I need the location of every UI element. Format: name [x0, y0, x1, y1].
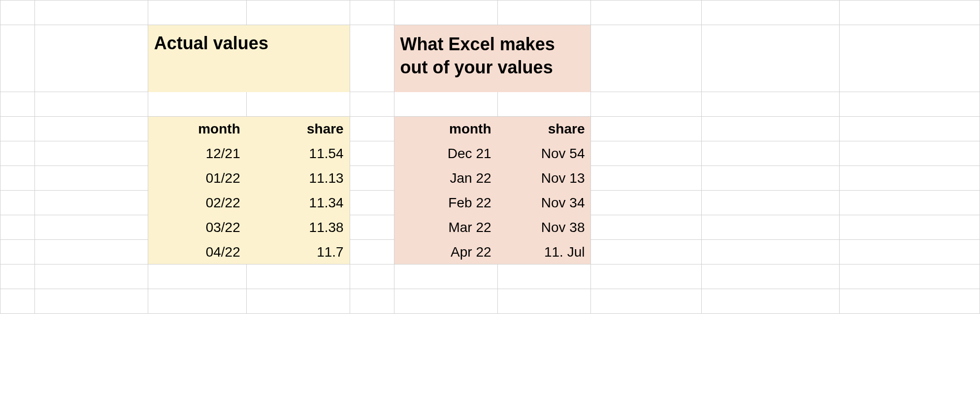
actual-col-share[interactable]: share [246, 117, 350, 141]
cell[interactable] [591, 117, 702, 141]
cell[interactable] [350, 166, 394, 191]
cell[interactable] [246, 0, 350, 25]
cell[interactable] [350, 191, 394, 215]
cell[interactable] [0, 264, 35, 289]
cell[interactable] [702, 264, 840, 289]
actual-month-cell[interactable]: 01/22 [148, 166, 246, 191]
cell[interactable] [350, 92, 394, 117]
cell[interactable] [702, 166, 840, 191]
cell[interactable] [0, 92, 35, 117]
cell[interactable] [350, 0, 394, 25]
cell[interactable] [702, 191, 840, 215]
cell[interactable] [350, 141, 394, 166]
cell[interactable] [148, 289, 246, 314]
cell[interactable] [497, 264, 591, 289]
cell[interactable] [840, 191, 980, 215]
cell[interactable] [0, 240, 35, 264]
cell[interactable] [34, 0, 148, 25]
cell[interactable] [350, 215, 394, 240]
cell[interactable] [591, 215, 702, 240]
cell[interactable] [394, 0, 497, 25]
grid-row[interactable]: 02/22 11.34 Feb 22 Nov 34 [0, 191, 980, 215]
cell[interactable] [497, 0, 591, 25]
cell[interactable] [840, 25, 980, 92]
cell[interactable] [148, 264, 246, 289]
actual-month-cell[interactable]: 03/22 [148, 215, 246, 240]
grid-row[interactable]: 04/22 11.7 Apr 22 11. Jul [0, 240, 980, 264]
cell[interactable] [591, 25, 702, 92]
cell[interactable] [148, 92, 246, 117]
cell[interactable] [350, 117, 394, 141]
cell[interactable] [0, 289, 35, 314]
grid-row[interactable]: 03/22 11.38 Mar 22 Nov 38 [0, 215, 980, 240]
cell[interactable] [350, 25, 394, 92]
excel-month-cell[interactable]: Dec 21 [394, 141, 497, 166]
cell[interactable] [840, 92, 980, 117]
cell[interactable] [702, 289, 840, 314]
cell[interactable] [148, 0, 246, 25]
cell[interactable] [350, 289, 394, 314]
actual-share-cell[interactable]: 11.13 [246, 166, 350, 191]
cell[interactable] [394, 264, 497, 289]
cell[interactable] [840, 141, 980, 166]
cell[interactable] [702, 25, 840, 92]
cell[interactable] [394, 92, 497, 117]
cell[interactable] [497, 92, 591, 117]
cell[interactable] [591, 264, 702, 289]
excel-month-cell[interactable]: Mar 22 [394, 215, 497, 240]
cell[interactable] [34, 240, 148, 264]
grid-row[interactable] [0, 92, 980, 117]
cell[interactable] [34, 117, 148, 141]
cell[interactable] [840, 0, 980, 25]
grid-row[interactable]: Actual values What Excel makes out of yo… [0, 25, 980, 92]
cell[interactable] [34, 25, 148, 92]
cell[interactable] [34, 166, 148, 191]
cell[interactable] [34, 289, 148, 314]
excel-share-cell[interactable]: Nov 38 [497, 215, 591, 240]
grid-row[interactable]: month share month share [0, 117, 980, 141]
excel-month-cell[interactable]: Feb 22 [394, 191, 497, 215]
cell[interactable] [34, 141, 148, 166]
actual-share-cell[interactable]: 11.38 [246, 215, 350, 240]
cell[interactable] [246, 289, 350, 314]
grid-row[interactable]: 12/21 11.54 Dec 21 Nov 54 [0, 141, 980, 166]
cell[interactable] [840, 240, 980, 264]
grid-row[interactable] [0, 0, 980, 25]
cell[interactable] [840, 264, 980, 289]
excel-month-cell[interactable]: Apr 22 [394, 240, 497, 264]
cell[interactable] [591, 92, 702, 117]
actual-col-month[interactable]: month [148, 117, 246, 141]
cell[interactable] [702, 0, 840, 25]
excel-share-cell[interactable]: Nov 54 [497, 141, 591, 166]
actual-month-cell[interactable]: 02/22 [148, 191, 246, 215]
cell[interactable] [34, 215, 148, 240]
excel-share-cell[interactable]: 11. Jul [497, 240, 591, 264]
cell[interactable] [0, 166, 35, 191]
cell[interactable] [0, 141, 35, 166]
cell[interactable] [591, 191, 702, 215]
cell[interactable] [0, 0, 35, 25]
cell[interactable] [350, 264, 394, 289]
cell[interactable] [34, 191, 148, 215]
cell[interactable] [702, 92, 840, 117]
cell[interactable] [0, 25, 35, 92]
cell[interactable] [0, 191, 35, 215]
excel-month-cell[interactable]: Jan 22 [394, 166, 497, 191]
cell[interactable] [591, 289, 702, 314]
cell[interactable] [246, 264, 350, 289]
grid-row[interactable]: 01/22 11.13 Jan 22 Nov 13 [0, 166, 980, 191]
cell[interactable] [34, 92, 148, 117]
cell[interactable] [591, 141, 702, 166]
cell[interactable] [840, 215, 980, 240]
spreadsheet-grid[interactable]: Actual values What Excel makes out of yo… [0, 0, 980, 314]
cell[interactable] [702, 117, 840, 141]
cell[interactable] [34, 264, 148, 289]
grid-row[interactable] [0, 289, 980, 314]
actual-month-cell[interactable]: 04/22 [148, 240, 246, 264]
cell[interactable] [497, 289, 591, 314]
excel-share-cell[interactable]: Nov 13 [497, 166, 591, 191]
cell[interactable] [840, 166, 980, 191]
cell[interactable] [840, 117, 980, 141]
cell[interactable] [840, 289, 980, 314]
cell[interactable] [702, 215, 840, 240]
